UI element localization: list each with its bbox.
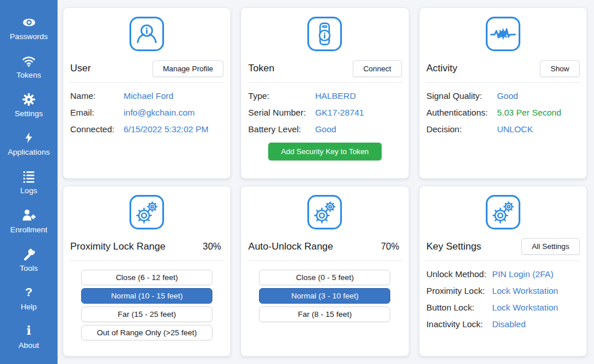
card-title: Key Settings — [427, 241, 481, 252]
gear-icon — [22, 91, 36, 107]
row-label: Battery Level: — [248, 124, 306, 134]
card-title: Auto-Unlock Range — [248, 241, 333, 252]
divider — [69, 82, 224, 83]
unlock-method-value: PIN Login (2FA) — [492, 269, 580, 279]
sidebar-item-settings[interactable]: Settings — [15, 91, 43, 118]
sidebar-item-label: Logs — [20, 186, 37, 195]
option-close[interactable]: Close (0 - 5 feet) — [259, 270, 390, 285]
token-battery-value: Good — [315, 124, 401, 134]
card-title: Token — [248, 63, 274, 74]
row-label: Inactivity Lock: — [427, 319, 486, 329]
app-window: Passwords Tokens — [0, 0, 594, 364]
row-label: Type: — [248, 91, 306, 101]
lightning-icon — [23, 130, 35, 145]
gears-icon — [130, 195, 164, 229]
row-label: Serial Number: — [248, 108, 306, 117]
sidebar-item-label: Tokens — [17, 71, 41, 79]
key-settings-details: Unlock Method: PIN Login (2FA) Proximity… — [425, 269, 581, 329]
show-button[interactable]: Show — [540, 60, 580, 77]
proximity-options: Close (6 - 12 feet) Normal (10 - 15 feet… — [69, 270, 224, 340]
gears-icon — [307, 195, 342, 229]
option-far[interactable]: Far (8 - 15 feet) — [259, 306, 390, 322]
sidebar-item-label: Tools — [20, 264, 38, 273]
token-details: Type: HALBERD Serial Number: GK17-28741 … — [247, 91, 402, 134]
row-label: Signal Quality: — [427, 91, 488, 101]
gears-icon — [486, 195, 520, 229]
row-label: Name: — [70, 91, 115, 101]
sidebar-item-about[interactable]: i About — [18, 323, 39, 350]
sidebar-item-help[interactable]: ? Help — [21, 285, 37, 311]
key-settings-card: Key Settings All Settings Unlock Method:… — [419, 186, 587, 357]
user-connected-value: 6/15/2022 5:32:02 PM — [124, 124, 224, 134]
token-info-icon — [307, 17, 342, 51]
token-card: Token Connect Type: HALBERD Serial Numbe… — [241, 7, 409, 179]
auto-unlock-range-card: Auto-Unlock Range 70% Close (0 - 5 feet)… — [241, 186, 409, 357]
card-title: Activity — [427, 63, 458, 74]
divider — [247, 260, 402, 261]
sidebar-item-applications[interactable]: Applications — [8, 130, 50, 156]
sidebar-item-label: Passwords — [10, 32, 48, 41]
activity-details: Signal Quality: Good Authentications: 5.… — [425, 91, 581, 134]
inactivity-lock-value: Disabled — [492, 319, 580, 329]
row-label: Authentications: — [427, 108, 488, 117]
button-lock-value: Lock Workstation — [492, 302, 580, 312]
divider — [425, 260, 581, 261]
authentications-value: 5.03 Per Second — [497, 108, 580, 117]
list-icon — [21, 168, 36, 184]
sidebar-item-label: Enrollment — [10, 225, 48, 234]
divider — [247, 82, 402, 83]
token-type-value: HALBERD — [315, 91, 401, 101]
divider — [69, 260, 224, 261]
sidebar-item-enrollment[interactable]: Enrollment — [10, 208, 48, 234]
decision-value: UNLOCK — [497, 124, 580, 134]
sidebar-item-label: Help — [21, 302, 37, 311]
dashboard: User Manage Profile Name: Michael Ford E… — [58, 0, 594, 364]
user-info-icon — [130, 17, 164, 51]
sidebar-item-label: Settings — [15, 109, 43, 118]
proximity-lock-range-card: Proximity Lock Range 30% Close (6 - 12 f… — [63, 186, 231, 357]
manage-profile-button[interactable]: Manage Profile — [153, 60, 223, 77]
proximity-lock-value: Lock Workstation — [492, 286, 580, 296]
option-close[interactable]: Close (6 - 12 feet) — [81, 270, 212, 285]
sidebar: Passwords Tokens — [0, 0, 58, 364]
sidebar-item-label: About — [18, 341, 39, 350]
auto-unlock-percent: 70% — [381, 242, 402, 252]
option-normal[interactable]: Normal (10 - 15 feet) — [81, 288, 212, 304]
row-label: Connected: — [70, 124, 115, 134]
sidebar-item-logs[interactable]: Logs — [20, 168, 37, 195]
option-far[interactable]: Far (15 - 25 feet) — [81, 306, 212, 322]
activity-card: Activity Show Signal Quality: Good Authe… — [419, 7, 587, 179]
eye-icon — [21, 14, 37, 30]
wrench-icon — [22, 246, 36, 262]
user-name-value: Michael Ford — [124, 91, 224, 101]
wifi-icon — [21, 53, 36, 68]
proximity-percent: 30% — [203, 242, 223, 252]
user-card: User Manage Profile Name: Michael Ford E… — [63, 7, 231, 179]
sidebar-item-tokens[interactable]: Tokens — [17, 53, 41, 79]
option-normal[interactable]: Normal (3 - 10 feet) — [259, 288, 390, 304]
divider — [425, 82, 581, 83]
signal-quality-value: Good — [497, 91, 580, 101]
sidebar-item-tools[interactable]: Tools — [20, 246, 38, 273]
row-label: Unlock Method: — [427, 269, 486, 279]
sidebar-item-passwords[interactable]: Passwords — [10, 14, 48, 41]
token-serial-value: GK17-28741 — [315, 108, 401, 117]
card-title: Proximity Lock Range — [70, 241, 165, 252]
auto-unlock-options: Close (0 - 5 feet) Normal (3 - 10 feet) … — [247, 270, 402, 322]
row-label: Decision: — [427, 124, 488, 134]
user-details: Name: Michael Ford Email: info@gkchain.c… — [69, 91, 224, 134]
info-icon: i — [26, 323, 31, 339]
row-label: Email: — [70, 108, 115, 117]
card-title: User — [70, 63, 91, 74]
activity-pulse-icon — [486, 17, 520, 51]
row-label: Proximity Lock: — [427, 286, 486, 296]
option-out-of-range[interactable]: Out of Range Only (>25 feet) — [81, 325, 212, 340]
row-label: Button Lock: — [427, 302, 486, 312]
person-plus-icon — [21, 208, 37, 223]
user-email-value: info@gkchain.com — [124, 108, 224, 117]
sidebar-item-label: Applications — [8, 148, 50, 156]
add-security-key-button[interactable]: Add Security Key to Token — [268, 143, 381, 160]
question-icon: ? — [25, 285, 33, 300]
connect-button[interactable]: Connect — [353, 60, 401, 77]
all-settings-button[interactable]: All Settings — [521, 238, 580, 255]
